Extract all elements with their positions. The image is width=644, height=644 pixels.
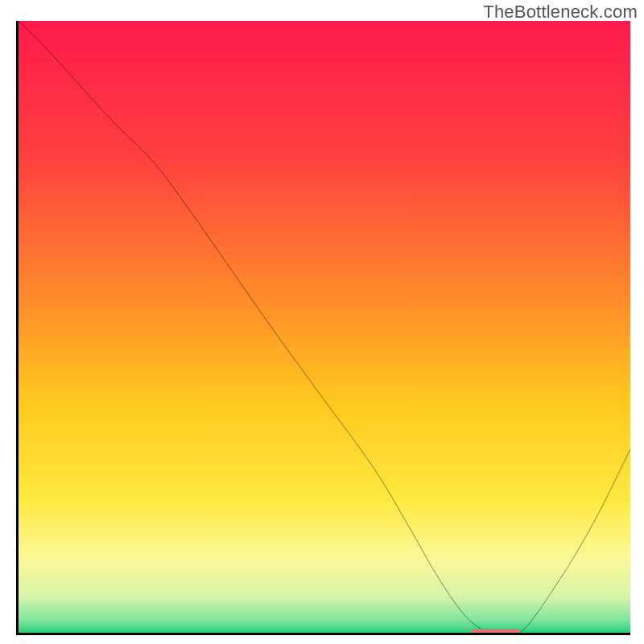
watermark-text: TheBottleneck.com [483, 2, 638, 23]
plot-area [16, 21, 630, 635]
chart-container: TheBottleneck.com [0, 0, 644, 644]
curve-path [19, 21, 630, 633]
bottleneck-curve [19, 21, 630, 633]
optimal-range-marker [471, 629, 520, 635]
